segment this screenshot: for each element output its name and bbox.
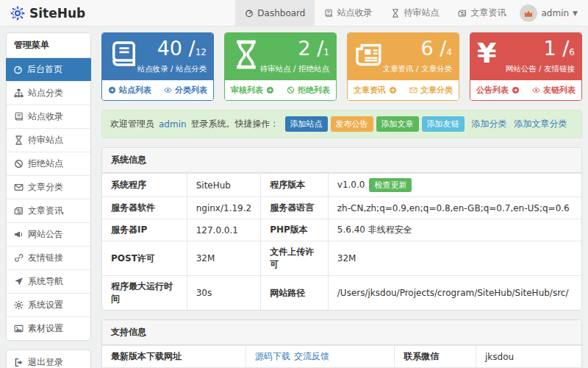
info-value: 5.6.40 非线程安全 xyxy=(328,219,581,241)
brand[interactable]: SiteHub xyxy=(0,0,96,26)
sidebar-item-素材设置[interactable]: 素材设置 xyxy=(7,317,90,340)
info-value-text: v1.0.0 xyxy=(337,180,365,190)
info-value: 30s xyxy=(187,276,260,311)
文章资讯-link[interactable]: 文章资讯 xyxy=(354,85,397,96)
拒绝列表-link[interactable]: 拒绝列表 xyxy=(287,85,330,96)
info-label: 最新版本下载网址 xyxy=(102,346,246,368)
ban-icon xyxy=(14,159,24,169)
友链列表-link[interactable]: 友链列表 xyxy=(532,85,576,96)
user-menu[interactable]: admin ▼ xyxy=(515,0,588,26)
stat-link-label: 站点列表 xyxy=(119,85,151,96)
book-icon xyxy=(14,112,24,121)
sidebar-item-label: 系统设置 xyxy=(28,299,63,311)
添加站点-button[interactable]: 添加站点 xyxy=(285,116,328,132)
username-label: admin xyxy=(541,8,569,18)
stat-link-label: 审核列表 xyxy=(231,85,263,96)
yen-icon: ¥ xyxy=(477,40,496,66)
stat-card: ¥1 /6网站公告 / 友情链接公告列表友链列表 xyxy=(470,32,582,101)
welcome-text-suffix: 登录系统。快捷操作： xyxy=(191,118,279,130)
sidebar-item-系统设置[interactable]: 系统设置 xyxy=(7,294,90,317)
文章分类-link[interactable]: 文章分类 xyxy=(409,85,453,96)
arrow-circle-icon xyxy=(108,86,116,94)
stat-link-label: 分类列表 xyxy=(175,85,207,96)
stat-card-footer: 审核列表拒绝列表 xyxy=(225,80,336,100)
sidebar-item-站点收录[interactable]: 站点收录 xyxy=(7,105,90,129)
eye-icon xyxy=(164,86,172,94)
table-row: 程序最大运行时间30s网站路径/Users/jksdou/Projects/cr… xyxy=(102,276,581,311)
arrow-circle-icon xyxy=(512,86,520,94)
info-label: 网站路径 xyxy=(261,276,329,311)
站点列表-link[interactable]: 站点列表 xyxy=(108,85,151,96)
hourglass-icon xyxy=(391,9,400,18)
info-label: 系统程序 xyxy=(102,174,187,197)
book-icon xyxy=(324,9,333,18)
eye-icon xyxy=(532,86,540,94)
nav-item-label: 待审站点 xyxy=(404,7,439,19)
sidebar-item-label: 素材设置 xyxy=(28,322,63,335)
sidebar-item-待审站点[interactable]: 待审站点 xyxy=(7,129,90,152)
nav-item-文章资讯[interactable]: 文章资讯 xyxy=(448,0,515,26)
sidebar-item-文章资讯[interactable]: 文章资讯 xyxy=(7,199,90,223)
sidebar-item-系统导航[interactable]: 系统导航 xyxy=(7,270,90,294)
sidebar-item-站点分类[interactable]: 站点分类 xyxy=(7,82,90,105)
sidebar-item-拒绝站点[interactable]: 拒绝站点 xyxy=(7,152,90,176)
sidebar-item-文章分类[interactable]: 文章分类 xyxy=(7,176,90,199)
sidebar-item-后台首页[interactable]: 后台首页 xyxy=(6,58,91,82)
admin-user-link[interactable]: admin xyxy=(159,119,187,130)
info-value: 32M xyxy=(187,241,260,276)
ban-icon xyxy=(287,86,295,94)
check-update-button[interactable]: 检查更新 xyxy=(369,178,412,192)
table-row: 服务器软件nginx/1.19.2服务器语言zh-CN,zh;q=0.9,en;… xyxy=(102,197,581,219)
sign-out-icon xyxy=(14,358,24,367)
logout-button[interactable]: 退出登录 xyxy=(6,350,91,368)
hourglass-icon xyxy=(14,135,24,145)
nav-item-待审站点[interactable]: 待审站点 xyxy=(381,0,448,26)
sidebar-item-友情链接[interactable]: 友情链接 xyxy=(7,247,90,270)
添加文章分类-link[interactable]: 添加文章分类 xyxy=(514,118,567,129)
arrow-circle-icon xyxy=(266,86,274,94)
gear-icon xyxy=(14,300,24,310)
info-label: PHP版本 xyxy=(261,219,329,241)
sidebar-item-label: 文章分类 xyxy=(28,181,63,194)
交流反馈-link[interactable]: 交流反馈 xyxy=(294,351,329,361)
quick-actions: 添加站点发布公告添加文章添加友链添加分类添加文章分类 xyxy=(282,116,567,132)
添加文章-button[interactable]: 添加文章 xyxy=(376,116,419,132)
dashboard-icon xyxy=(245,9,254,18)
sidebar-menu: 后台首页站点分类站点收录待审站点拒绝站点文章分类文章资讯网站公告友情链接系统导航… xyxy=(7,58,90,340)
welcome-alert: 欢迎管理员 admin 登录系统。快捷操作： 添加站点发布公告添加文章添加友链添… xyxy=(101,110,582,138)
sidebar: 管理菜单 后台首页站点分类站点收录待审站点拒绝站点文章分类文章资讯网站公告友情链… xyxy=(6,32,91,368)
sitehub-logo-icon xyxy=(10,6,25,21)
nav-item-Dashboard[interactable]: Dashboard xyxy=(235,0,315,26)
navbar-menu: Dashboard站点收录待审站点文章资讯 xyxy=(235,0,515,26)
审核列表-link[interactable]: 审核列表 xyxy=(231,85,274,96)
nav-item-站点收录[interactable]: 站点收录 xyxy=(315,0,381,26)
newspaper-icon xyxy=(458,9,467,18)
info-value: zh-CN,zh;q=0.9,en;q=0.8,en-GB;q=0.7,en-U… xyxy=(328,197,581,219)
公告列表-link[interactable]: 公告列表 xyxy=(476,85,520,96)
stat-link-label: 友链列表 xyxy=(543,85,576,96)
发布公告-button[interactable]: 发布公告 xyxy=(331,116,373,132)
newspaper-icon xyxy=(14,206,24,216)
stat-cards-row: 40 /12站点收录 / 站点分类站点列表分类列表2 /1待审站点 / 拒绝站点… xyxy=(101,32,582,101)
nav-item-label: Dashboard xyxy=(257,8,305,18)
avatar xyxy=(520,4,537,22)
sidebar-item-label: 待审站点 xyxy=(28,134,63,146)
support-info-table: 最新版本下载网址源码下载交流反馈联系微信jksdou联系邮箱jksdou@qq.… xyxy=(102,345,581,368)
navbar: SiteHub Dashboard站点收录待审站点文章资讯 admin ▼ xyxy=(0,0,588,26)
stat-link-label: 文章资讯 xyxy=(354,85,386,96)
添加友链-button[interactable]: 添加友链 xyxy=(422,116,465,132)
sidebar-item-label: 站点分类 xyxy=(28,87,63,99)
stat-card-body: 40 /12站点收录 / 站点分类 xyxy=(102,33,213,80)
sidebar-item-网站公告[interactable]: 网站公告 xyxy=(7,223,90,247)
stat-card: 2 /1待审站点 / 拒绝站点审核列表拒绝列表 xyxy=(224,32,337,101)
brand-name: SiteHub xyxy=(29,6,85,21)
源码下载-link[interactable]: 源码下载 xyxy=(255,351,290,361)
info-value: /Users/jksdou/Projects/crogram/SiteHub/S… xyxy=(328,276,581,311)
chevron-down-icon: ▼ xyxy=(573,10,578,17)
nav-item-label: 文章资讯 xyxy=(470,7,506,19)
分类列表-link[interactable]: 分类列表 xyxy=(164,85,207,96)
stat-card: 6 /4文章资讯 / 文章分类文章资讯文章分类 xyxy=(347,32,459,101)
info-value: jksdou xyxy=(476,346,581,368)
info-label: 程序最大运行时间 xyxy=(102,276,187,311)
添加分类-link[interactable]: 添加分类 xyxy=(472,118,507,129)
